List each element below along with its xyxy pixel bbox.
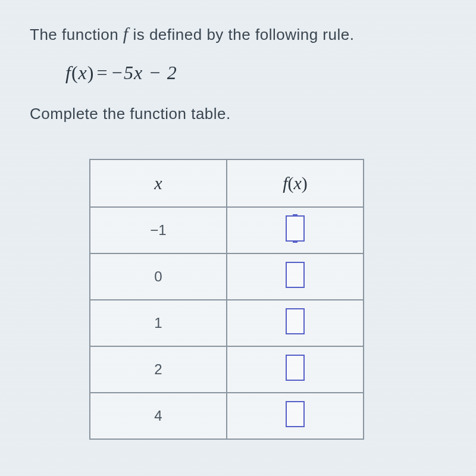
answer-input[interactable] — [286, 401, 305, 427]
table-row: −1 — [90, 207, 364, 253]
x-value: 0 — [90, 253, 227, 300]
table-row: 4 — [90, 393, 364, 439]
table-row: 0 — [90, 253, 364, 300]
x-value: 4 — [90, 393, 227, 439]
table-header-x: x — [90, 159, 227, 207]
function-table-container: x f(x) −1 0 1 2 — [89, 159, 446, 440]
x-value: 1 — [90, 300, 227, 346]
fx-cell — [227, 300, 364, 346]
table-body: −1 0 1 2 4 — [90, 207, 364, 439]
question-intro: The function f is defined by the followi… — [30, 24, 446, 44]
intro-before: The function — [30, 26, 123, 43]
formula-rhs: −5x − 2 — [110, 62, 177, 83]
answer-input[interactable] — [286, 262, 305, 288]
x-value: 2 — [90, 346, 227, 393]
fx-cell — [227, 253, 364, 300]
table-row: 1 — [90, 300, 364, 346]
fx-cell — [227, 346, 364, 393]
function-formula: f(x)=−5x − 2 — [65, 62, 446, 84]
instruction-text: Complete the function table. — [30, 105, 446, 123]
formula-x: x — [79, 62, 87, 83]
answer-input[interactable] — [286, 215, 305, 242]
formula-f: f — [65, 62, 71, 83]
fx-cell — [227, 207, 364, 253]
answer-input[interactable] — [286, 355, 305, 381]
answer-input[interactable] — [286, 308, 305, 334]
x-value: −1 — [90, 207, 227, 253]
function-name: f — [123, 24, 129, 43]
intro-after: is defined by the following rule. — [129, 26, 355, 43]
function-table: x f(x) −1 0 1 2 — [89, 159, 364, 440]
table-header-fx: f(x) — [227, 159, 364, 207]
fx-cell — [227, 393, 364, 439]
table-row: 2 — [90, 346, 364, 393]
